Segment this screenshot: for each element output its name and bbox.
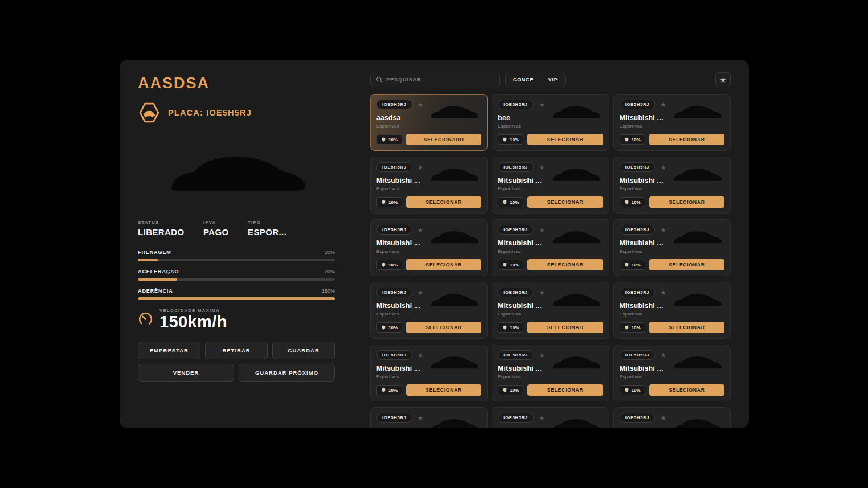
select-vehicle-button[interactable]: SELECIONAR — [527, 384, 603, 396]
trunk-chip: 10% — [376, 385, 402, 395]
action-button[interactable]: RETIRAR — [205, 342, 268, 359]
trunk-value: 10% — [388, 325, 398, 330]
bar-head: FRENAGEM 10% — [138, 249, 335, 255]
trunk-value: 10% — [632, 137, 641, 142]
trunk-value: 10% — [510, 137, 519, 142]
favorite-star-icon[interactable]: ★ — [660, 101, 666, 108]
select-vehicle-button[interactable]: SELECIONAR — [527, 259, 603, 270]
favorites-filter-button[interactable]: ★ — [715, 72, 731, 87]
select-vehicle-button[interactable]: SELECIONAR — [649, 134, 724, 145]
trunk-chip: 10% — [498, 134, 523, 145]
vehicle-card: IOE5H5RJ ★ Mitsubishi ... Esportivos 10%… — [613, 219, 731, 276]
filter-button[interactable]: CONCE — [506, 73, 541, 87]
car-silhouette — [548, 288, 603, 311]
favorite-star-icon[interactable]: ★ — [660, 227, 666, 233]
shield-icon — [381, 262, 386, 268]
select-vehicle-button[interactable]: SELECIONAR — [527, 134, 603, 145]
action-button[interactable]: EMPRESTAR — [138, 342, 200, 359]
shield-icon — [624, 262, 629, 268]
shield-icon — [381, 199, 386, 205]
stat-value: PAGO — [203, 227, 248, 237]
card-plate-chip: IOE5H5RJ — [620, 413, 656, 423]
select-vehicle-button[interactable]: SELECIONAR — [649, 259, 724, 270]
favorite-star-icon[interactable]: ★ — [539, 101, 545, 108]
vehicle-category: Esportivos — [498, 249, 603, 254]
favorite-star-icon[interactable]: ★ — [660, 415, 666, 421]
select-vehicle-button[interactable]: SELECIONAR — [527, 196, 603, 208]
favorite-star-icon[interactable]: ★ — [539, 415, 545, 421]
card-bottom: 10% SELECIONAR — [620, 259, 724, 270]
trunk-chip: 10% — [376, 197, 402, 207]
stat-item: STATUS LIBERADO — [138, 220, 203, 237]
select-vehicle-button[interactable]: SELECIONADO — [406, 134, 481, 145]
vehicle-category: Esportivos — [498, 311, 603, 317]
search-box[interactable] — [370, 73, 500, 87]
vehicle-card-grid: IOE5H5RJ ★ aasdsa Esportivos 10% SELECIO… — [370, 94, 731, 428]
action-button[interactable]: GUARDAR PRÓXIMO — [239, 364, 335, 382]
trunk-value: 10% — [632, 263, 641, 268]
favorite-star-icon[interactable]: ★ — [417, 289, 424, 296]
car-silhouette — [670, 162, 724, 186]
favorite-star-icon[interactable]: ★ — [539, 227, 545, 233]
select-vehicle-button[interactable]: SELECIONAR — [406, 322, 481, 333]
speedometer-icon — [138, 311, 153, 327]
car-silhouette — [427, 100, 481, 124]
shield-icon — [502, 199, 507, 205]
favorite-star-icon[interactable]: ★ — [660, 352, 666, 359]
favorite-star-icon[interactable]: ★ — [539, 164, 545, 171]
trunk-chip: 10% — [498, 197, 523, 207]
favorite-star-icon[interactable]: ★ — [417, 101, 424, 108]
filter-group: CONCE VIP — [505, 73, 566, 87]
select-vehicle-button[interactable]: SELECIONAR — [406, 196, 481, 208]
shield-icon — [381, 137, 386, 142]
trunk-value: 10% — [510, 200, 519, 205]
max-speed-text: VELOCIDADE MÁXIMA 150km/h — [159, 308, 227, 330]
card-bottom: 10% SELECIONAR — [376, 259, 481, 270]
select-vehicle-button[interactable]: SELECIONAR — [527, 322, 603, 333]
star-icon: ★ — [720, 76, 727, 84]
bar-track — [138, 259, 335, 261]
favorite-star-icon[interactable]: ★ — [539, 352, 545, 359]
performance-bars: FRENAGEM 10% ACELERAÇÃO 20% ADERÊNCIA 15… — [138, 249, 335, 300]
car-silhouette — [427, 350, 481, 374]
action-button[interactable]: VENDER — [138, 364, 234, 382]
card-bottom: 10% SELECIONAR — [620, 134, 724, 145]
vehicle-category: Esportivos — [620, 374, 724, 379]
card-bottom: 10% SELECIONADO — [376, 134, 481, 145]
favorite-star-icon[interactable]: ★ — [417, 352, 424, 359]
favorite-star-icon[interactable]: ★ — [417, 164, 424, 171]
search-input[interactable] — [386, 77, 494, 83]
card-plate-chip: IOE5H5RJ — [498, 225, 534, 235]
card-plate-chip: IOE5H5RJ — [376, 288, 412, 297]
select-vehicle-button[interactable]: SELECIONAR — [649, 322, 724, 333]
filter-button[interactable]: VIP — [541, 73, 566, 87]
favorite-star-icon[interactable]: ★ — [660, 289, 666, 296]
vehicle-card: IOE5H5RJ ★ Mitsubishi ... Esportivos 10%… — [370, 157, 488, 214]
vehicle-category: Esportivos — [376, 374, 481, 379]
favorite-star-icon[interactable]: ★ — [417, 227, 424, 233]
trunk-chip: 10% — [620, 260, 645, 270]
trunk-chip: 10% — [498, 260, 523, 270]
select-vehicle-button[interactable]: SELECIONAR — [406, 384, 481, 396]
shield-icon — [381, 387, 386, 393]
select-vehicle-button[interactable]: SELECIONAR — [649, 196, 724, 208]
card-bottom: 10% SELECIONAR — [498, 196, 603, 208]
stat-item: IPVA PAGO — [203, 220, 248, 237]
card-plate-chip: IOE5H5RJ — [498, 162, 534, 172]
bar-fill — [138, 278, 177, 281]
select-vehicle-button[interactable]: SELECIONAR — [406, 259, 481, 270]
select-vehicle-button[interactable]: SELECIONAR — [649, 384, 724, 396]
vehicle-category: Esportivos — [376, 124, 481, 129]
vehicle-card: IOE5H5RJ ★ Mitsubishi ... Esportivos 10%… — [492, 282, 609, 339]
favorite-star-icon[interactable]: ★ — [417, 415, 424, 421]
vehicle-card: IOE5H5RJ ★ Mitsubishi ... Esportivos 10%… — [370, 282, 488, 339]
car-silhouette — [670, 288, 724, 311]
action-button[interactable]: GUARDAR — [272, 342, 335, 359]
card-plate-chip: IOE5H5RJ — [498, 288, 534, 297]
vehicle-card: IOE5H5RJ ★ Mitsubishi ... Esportivos 10%… — [370, 345, 488, 401]
bar-track — [138, 297, 335, 300]
actions-row-2: VENDER GUARDAR PRÓXIMO — [138, 364, 335, 382]
favorite-star-icon[interactable]: ★ — [539, 289, 545, 296]
favorite-star-icon[interactable]: ★ — [660, 164, 666, 171]
trunk-value: 10% — [632, 388, 641, 393]
